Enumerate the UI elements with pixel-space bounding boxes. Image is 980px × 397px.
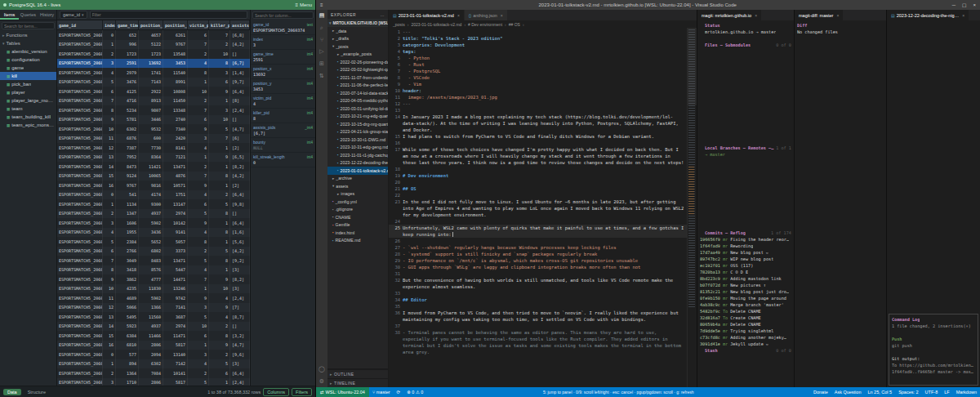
db-status-button[interactable]: Filters (292, 388, 312, 396)
grid-row[interactable]: ESPORTSMATCH5_2060334 14 5923 4937 2974 … (57, 322, 250, 332)
accounts-icon[interactable]: ◯ (318, 366, 325, 372)
magit-line[interactable]: 0fe9b150 mr Moving the page around (700, 295, 791, 301)
close-tab-icon[interactable]: × (962, 13, 964, 18)
files-icon[interactable]: ▤ (319, 12, 325, 19)
workspace-root[interactable]: ▾ MRTOLKIEN.GITHUB.IO [WSL: UBUNTU-22.04… (327, 19, 388, 27)
close-tab-icon[interactable]: × (457, 13, 460, 18)
detail-field[interactable]: killer_pid int4 8 (251, 109, 315, 123)
timeline-section[interactable]: ▸ TIMELINE (327, 378, 388, 387)
more-actions-icon[interactable]: … (381, 12, 385, 17)
magit-line[interactable]: c73cfd8c mr Adding another mojeky… (700, 334, 791, 341)
right-top-content[interactable] (887, 20, 980, 312)
magit-line[interactable]: 81352c21 mr New blog post just dro… (700, 288, 791, 295)
tree-item[interactable]: ▪ _config.yml (327, 198, 388, 206)
db-status-tab[interactable]: Structure (24, 389, 50, 395)
statusbar-item[interactable]: LF (941, 390, 952, 395)
tree-item[interactable]: ▪ Gemfile (327, 221, 388, 230)
tree-item[interactable]: ▸ _example_posts (327, 51, 388, 59)
outline-section[interactable]: ▸ OUTLINE (327, 369, 388, 378)
grid-column-header[interactable]: position_y (163, 20, 188, 29)
statusbar-item[interactable]: ⟳ (394, 390, 404, 395)
command-log-pane[interactable]: Command Log 1 file changed, 2 insertions… (889, 314, 978, 386)
settings-gear-icon[interactable]: ⚙ (319, 378, 324, 385)
grid-row[interactable]: ESPORTSMATCH5_2060374 4 2979 1741 11540 … (57, 68, 250, 78)
magit-line[interactable]: Stash 0 of 0 (700, 347, 791, 354)
tree-item[interactable]: ▾ _posts (327, 42, 388, 51)
statusbar-item[interactable]: Ln 25, Col 5 (864, 390, 895, 395)
grid-row[interactable]: ESPORTSMATCH5_2060334 12 5066 1366 7141 … (57, 303, 250, 313)
filter-value-input[interactable] (90, 11, 247, 19)
editor-tab[interactable]: ▤ 2023-12-22-decoding-the-nig… × (887, 10, 969, 20)
sidebar-tab[interactable]: Items (0, 10, 19, 20)
grid-row[interactable]: ESPORTSMATCH5_2060374 15 9124 10065 4876… (57, 172, 250, 181)
grid-row[interactable]: ESPORTSMATCH5_2060334 16 6810 2806 5817 … (57, 341, 250, 350)
magit-line[interactable]: 7820ba13 mr C O D E (700, 269, 791, 275)
grid-row[interactable]: ESPORTSMATCH5_2060334 10 4235 11830 1324… (57, 284, 250, 294)
statusbar-item[interactable]: Ask Question (831, 390, 865, 395)
magit-line[interactable]: 89747bc2 mr WIP new blog post (700, 256, 791, 262)
magit-line[interactable]: 80659b4a mr Delete CNAME (700, 321, 791, 328)
editor-tab[interactable]: magit: mrtolkien.github.io × (697, 10, 762, 20)
magit-line[interactable]: Status (700, 22, 791, 29)
grid-column-header[interactable]: killer_pid (209, 20, 230, 29)
grid-row[interactable]: ESPORTSMATCH5_2060374 5 3476 7143 8991 1… (57, 78, 250, 87)
magit-status-pane[interactable]: Status mrtolkien.github.io → master (697, 20, 794, 387)
magit-line[interactable]: mrtolkien.github.io → master (700, 29, 791, 35)
grid-column-header[interactable]: game_id (57, 20, 103, 29)
magit-line[interactable]: 5482bf9c To Delete CNAME (700, 308, 791, 314)
tree-item[interactable]: ▸ _archive (327, 175, 388, 183)
detail-field[interactable]: bounty int4 NULL (251, 138, 315, 153)
tree-item[interactable]: ▪ 2023-04-21-lck-group-stage… (327, 128, 388, 136)
minimap[interactable] (687, 28, 697, 387)
close-icon[interactable]: × (973, 2, 976, 8)
detail-field[interactable]: position_x int4 13692 (251, 65, 315, 79)
grid-column-header[interactable]: index (103, 20, 116, 29)
grid-column-header[interactable]: position_x (139, 20, 163, 29)
grid-row[interactable]: ESPORTSMATCH5_2060374 8 5234 9807 13348 … (57, 105, 250, 115)
tables-section-header[interactable]: ▾ Tables (0, 39, 56, 47)
editor-tab[interactable]: magit-diff: master × (795, 10, 844, 20)
grid-row[interactable]: ESPORTSMATCH5_2060334 5 2384 5652 5057 8… (57, 237, 250, 247)
tree-item[interactable]: ▪ CNAME (327, 213, 388, 221)
magit-line[interactable]: 196656f9 mr Fixing the header reor… (700, 236, 791, 243)
breadcrumb-item[interactable]: # Dev environment (468, 22, 509, 27)
grid-row[interactable]: ESPORTSMATCH5_2060375 1 894 6302 7142 4 … (57, 359, 250, 369)
search-icon[interactable]: ⌕ (320, 25, 323, 31)
tree-item[interactable]: ▪ 2020-03-01-unifying-lol-data.md (327, 105, 388, 113)
table-list-item[interactable]: ▦ alembic_version (0, 47, 56, 56)
grid-row[interactable]: ESPORTSMATCH5_2060374 9 5781 3446 2740 6… (57, 115, 250, 125)
editor-tab[interactable]: ▤ 2023-01-01-tolkstack-v2.md × (389, 10, 465, 20)
grid-row[interactable]: ESPORTSMATCH5_2060334 7 3049 8483 13471 … (57, 256, 250, 265)
extensions-icon[interactable]: ⊞ (319, 60, 324, 67)
table-list-item[interactable]: ▦ player_large_monster_kill (0, 96, 56, 105)
grid-row[interactable]: ESPORTSMATCH5_2060375 3 1710 2806 5817 5… (57, 378, 250, 386)
grid-row[interactable]: ESPORTSMATCH5_2060374 12 7387 7730 8141 … (57, 143, 250, 153)
grid-row[interactable]: ESPORTSMATCH5_2060334 4 1955 3436 9141 4… (57, 228, 250, 238)
source-control-icon[interactable]: ⑂ (320, 37, 323, 42)
table-list-item[interactable]: ▦ pick_ban (0, 80, 56, 88)
magit-line[interactable]: 7d9dde5e mr Trying singlehtml (700, 328, 791, 334)
table-list-item[interactable]: ▦ team_epic_monster_kill (0, 121, 56, 129)
tree-item[interactable]: ▸ _drafts (327, 35, 388, 43)
tree-item[interactable]: ▪ 2021-11-07-from-underdogs-to… (327, 74, 388, 82)
magit-line[interactable]: Files — Submodules 0 of 0 (700, 42, 791, 48)
statusbar-item[interactable]: Spaces: 2 (895, 390, 921, 395)
minimap-slider[interactable] (688, 28, 697, 105)
items-search-input[interactable] (2, 22, 55, 29)
statusbar-item[interactable]: UTF-8 (922, 390, 942, 395)
table-list-item[interactable]: ▦ configuration (0, 56, 56, 64)
remote-indicator[interactable]: ⇄ WSL: Ubuntu-22.04 (316, 387, 369, 397)
menu-icon[interactable]: ≡ (320, 2, 323, 7)
grid-row[interactable]: ESPORTSMATCH5_2060374 14 8473 11421 1347… (57, 162, 250, 172)
tree-item[interactable]: ▪ .gitignore (327, 206, 388, 214)
magit-line[interactable]: 4ab38c9c mr Merge branch 'master' (700, 301, 791, 308)
grid-row[interactable]: ESPORTSMATCH5_2060374 2 1723 1723 13548 … (57, 49, 250, 59)
grid-row[interactable]: ESPORTSMATCH5_2060374 0 652 4657 6261 6 … (57, 30, 250, 40)
tree-item[interactable]: ▸ _data (327, 27, 388, 35)
statusbar-item[interactable]: ⑂ master (369, 390, 394, 395)
grid-row[interactable]: ESPORTSMATCH5_2060375 2 1364 7084 10141 … (57, 368, 250, 378)
grid-row[interactable]: ESPORTSMATCH5_2060374 16 9767 9816 10571… (57, 181, 250, 190)
close-tab-icon[interactable]: × (836, 13, 839, 18)
grid-row[interactable]: ESPORTSMATCH5_2060334 0 541 4174 1751 4 … (57, 190, 250, 200)
detail-field[interactable]: position_y int4 3453 (251, 79, 315, 94)
